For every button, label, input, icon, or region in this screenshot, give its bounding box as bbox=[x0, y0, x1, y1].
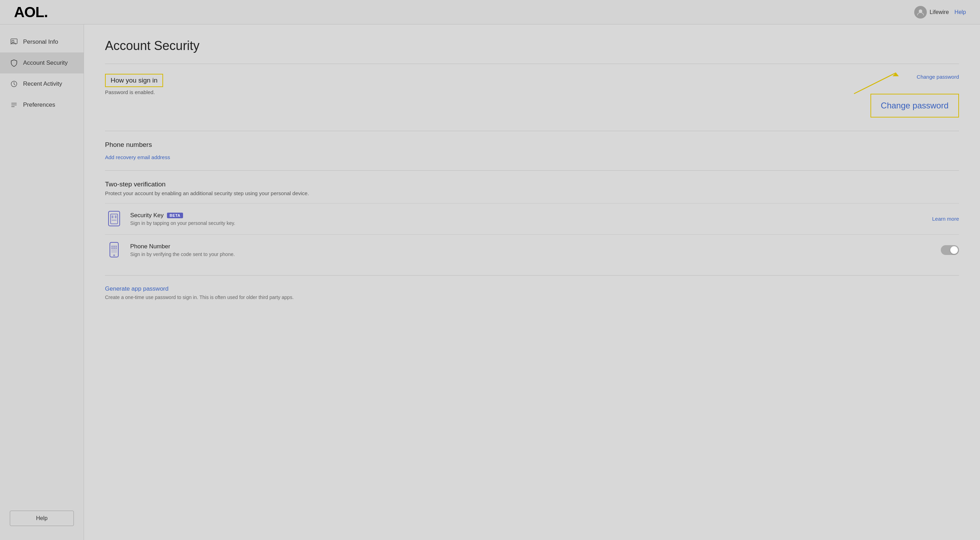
section-header-phone: Phone numbers bbox=[105, 141, 959, 149]
header-help-link[interactable]: Help bbox=[955, 9, 966, 15]
how-sign-in-title: How you sign in bbox=[105, 74, 163, 87]
svg-rect-10 bbox=[111, 214, 118, 224]
sidebar-item-personal-info[interactable]: Personal Info bbox=[0, 32, 84, 52]
two-step-desc: Protect your account by enabling an addi… bbox=[105, 190, 959, 196]
phone-number-info: Phone Number Sign in by verifying the co… bbox=[130, 243, 934, 257]
username: Lifewire bbox=[930, 9, 949, 15]
svg-rect-19 bbox=[116, 246, 117, 247]
phone-number-title-row: Phone Number bbox=[130, 243, 934, 250]
svg-point-2 bbox=[12, 40, 14, 42]
svg-rect-20 bbox=[111, 248, 113, 249]
sidebar-label-personal-info: Personal Info bbox=[23, 38, 58, 46]
security-key-item: Security Key BETA Sign in by tapping on … bbox=[105, 203, 959, 234]
phone-number-item: Phone Number Sign in by verifying the co… bbox=[105, 234, 959, 265]
callout-container: Change password bbox=[870, 94, 959, 118]
svg-rect-22 bbox=[116, 248, 117, 249]
person-icon bbox=[10, 38, 18, 46]
two-step-section: Two-step verification Protect your accou… bbox=[105, 170, 959, 275]
section-header-sign-in: How you sign in Password is enabled. Cha… bbox=[105, 74, 959, 118]
security-key-title-row: Security Key BETA bbox=[130, 212, 925, 219]
change-password-callout[interactable]: Change password bbox=[870, 94, 959, 118]
two-step-title: Two-step verification bbox=[105, 181, 959, 188]
phone-numbers-section: Phone numbers Add recovery email address bbox=[105, 131, 959, 170]
phone-number-desc: Sign in by verifying the code sent to yo… bbox=[130, 251, 934, 257]
security-key-label: Security Key bbox=[130, 212, 164, 219]
svg-rect-18 bbox=[113, 246, 115, 247]
add-recovery-email-container: Add recovery email address bbox=[105, 154, 959, 160]
sidebar-help-button[interactable]: Help bbox=[10, 511, 74, 526]
svg-rect-13 bbox=[111, 220, 116, 221]
add-recovery-email-link[interactable]: Add recovery email address bbox=[105, 154, 170, 160]
sidebar-label-recent-activity: Recent Activity bbox=[23, 81, 62, 87]
phone-numbers-title: Phone numbers bbox=[105, 141, 152, 149]
sign-in-left: How you sign in Password is enabled. bbox=[105, 74, 163, 95]
security-key-action: Learn more bbox=[932, 216, 959, 222]
beta-badge: BETA bbox=[167, 213, 183, 218]
aol-logo: AOL. bbox=[14, 4, 48, 21]
phone-number-icon bbox=[105, 241, 123, 259]
sidebar-label-preferences: Preferences bbox=[23, 102, 55, 108]
security-key-info: Security Key BETA Sign in by tapping on … bbox=[130, 212, 925, 226]
phone-number-toggle[interactable] bbox=[941, 245, 959, 255]
learn-more-link[interactable]: Learn more bbox=[932, 216, 959, 222]
how-sign-in-section: How you sign in Password is enabled. Cha… bbox=[105, 64, 959, 131]
app-password-desc: Create a one-time use password to sign i… bbox=[105, 294, 959, 300]
header-right: Lifewire Help bbox=[914, 6, 966, 19]
sidebar-item-account-security[interactable]: Account Security bbox=[0, 52, 84, 73]
callout-arrow-svg bbox=[847, 71, 903, 95]
phone-number-label: Phone Number bbox=[130, 243, 170, 250]
shield-icon bbox=[10, 59, 18, 67]
security-key-desc: Sign in by tapping on your personal secu… bbox=[130, 220, 925, 226]
change-password-link[interactable]: Change password bbox=[916, 74, 959, 80]
sidebar: Personal Info Account Security bbox=[0, 24, 84, 540]
header: AOL. Lifewire Help bbox=[0, 0, 980, 24]
page-title: Account Security bbox=[105, 38, 959, 53]
main-content: Account Security How you sign in Passwor… bbox=[84, 24, 980, 540]
svg-rect-12 bbox=[115, 216, 116, 218]
sidebar-item-recent-activity[interactable]: Recent Activity bbox=[0, 73, 84, 94]
app-password-section: Generate app password Create a one-time … bbox=[105, 275, 959, 310]
svg-rect-21 bbox=[113, 248, 115, 249]
password-status: Password is enabled. bbox=[105, 89, 163, 95]
clock-icon bbox=[10, 80, 18, 88]
svg-rect-17 bbox=[111, 246, 113, 247]
security-key-icon bbox=[105, 210, 123, 228]
app-layout: Personal Info Account Security bbox=[0, 24, 980, 540]
list-icon bbox=[10, 101, 18, 109]
sign-in-right: Change password Change password bbox=[870, 74, 959, 118]
sidebar-nav: Personal Info Account Security bbox=[0, 32, 84, 503]
sidebar-item-preferences[interactable]: Preferences bbox=[0, 94, 84, 115]
app-password-title[interactable]: Generate app password bbox=[105, 285, 959, 292]
user-avatar bbox=[914, 6, 927, 19]
svg-rect-11 bbox=[111, 216, 113, 218]
user-info: Lifewire bbox=[914, 6, 949, 19]
sidebar-label-account-security: Account Security bbox=[23, 59, 68, 67]
svg-point-16 bbox=[113, 255, 115, 256]
svg-line-7 bbox=[854, 73, 896, 94]
phone-number-toggle-container bbox=[941, 245, 959, 255]
